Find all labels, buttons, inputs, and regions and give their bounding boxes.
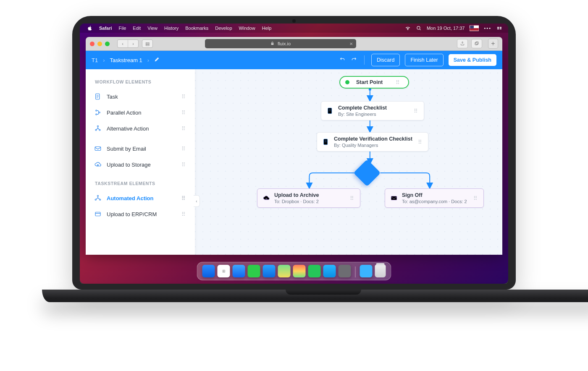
dock-mail[interactable] [263, 265, 276, 277]
svg-point-15 [97, 195, 99, 196]
palette-upload-storage[interactable]: Upload to Storage ⠿ [86, 157, 195, 172]
undo-button[interactable] [339, 56, 346, 64]
palette-submit-email[interactable]: Submit by Email ⠿ [86, 141, 195, 157]
stop-reload-icon[interactable]: ✕ [349, 42, 353, 46]
menu-help[interactable]: Help [259, 26, 275, 31]
branch-node[interactable] [353, 159, 381, 186]
finish-later-button[interactable]: Finish Later [405, 54, 443, 66]
breadcrumb-name[interactable]: Taskstream 1 [110, 57, 142, 63]
dock-messages[interactable] [248, 265, 260, 277]
browser-window: ‹› ▤ fluix.io ✕ + [86, 37, 502, 255]
start-node[interactable]: Start Point ⠿ [339, 76, 409, 89]
palette-automated-action[interactable]: Automated Action ⠿ [86, 190, 195, 206]
node-sign-off[interactable]: Sign Off To: as@company.com · Docs: 2 ⠿ [385, 188, 484, 208]
menu-develop[interactable]: Develop [212, 26, 235, 31]
palette-parallel-label: Parallel Action [107, 110, 141, 116]
dock-settings[interactable] [339, 265, 351, 277]
desktop: Safari File Edit View History Bookmarks … [80, 24, 508, 284]
svg-rect-4 [500, 29, 502, 29]
elements-sidebar: WORKFLOW ELEMENTS Task ⠿ Parallel Action [86, 69, 195, 255]
nav-back-forward[interactable]: ‹› [117, 39, 139, 48]
dock-safari[interactable] [233, 265, 245, 277]
palette-email-label: Submit by Email [107, 146, 146, 152]
dock-appstore[interactable] [323, 265, 336, 277]
apple-menu[interactable] [84, 26, 96, 31]
node-subtitle: By: Quality Managers [334, 143, 412, 148]
menu-bookmarks[interactable]: Bookmarks [182, 26, 212, 31]
svg-point-11 [97, 125, 99, 127]
dock-trash[interactable] [375, 265, 386, 277]
svg-rect-2 [500, 27, 502, 28]
menubar-clock[interactable]: Mon 19 Oct, 17:37 [427, 26, 465, 31]
drag-handle-icon[interactable]: ⠿ [181, 163, 186, 166]
node-title: Complete Checklist [338, 105, 387, 111]
palette-alternative-action[interactable]: Alternative Action ⠿ [86, 120, 195, 136]
drag-handle-icon[interactable]: ⠿ [181, 95, 186, 98]
drag-handle-icon[interactable]: ⠿ [396, 81, 401, 84]
svg-point-8 [96, 110, 97, 111]
sidebar-toggle[interactable]: ▤ [142, 39, 153, 48]
redo-button[interactable] [351, 56, 357, 64]
drag-handle-icon[interactable]: ⠿ [181, 127, 186, 130]
menu-edit[interactable]: Edit [129, 26, 144, 31]
parallel-icon [94, 109, 102, 116]
drag-handle-icon[interactable]: ⠿ [181, 111, 186, 114]
window-zoom-button[interactable] [105, 42, 110, 46]
menu-file[interactable]: File [116, 26, 130, 31]
wifi-icon[interactable] [405, 25, 411, 31]
node-complete-checklist[interactable]: Complete Checklist By: Site Engineers ⠿ [321, 101, 424, 120]
palette-upload-erp[interactable]: Upload to ERP/CRM ⠿ [86, 206, 195, 222]
dock-photos[interactable] [293, 265, 306, 277]
menubar-more-icon[interactable]: ••• [484, 26, 491, 31]
task-icon [326, 107, 334, 115]
drag-handle-icon[interactable]: ⠿ [181, 213, 186, 216]
laptop-base [42, 290, 588, 302]
dock-launchpad[interactable]: ⊞ [218, 265, 230, 277]
drag-handle-icon[interactable]: ⠿ [181, 147, 186, 150]
palette-parallel-action[interactable]: Parallel Action ⠿ [86, 105, 195, 120]
browser-toolbar: ‹› ▤ fluix.io ✕ + [86, 37, 502, 51]
save-publish-button[interactable]: Save & Publish [449, 54, 496, 66]
drag-handle-icon[interactable]: ⠿ [181, 197, 186, 200]
window-minimize-button[interactable] [97, 42, 102, 46]
palette-automated-label: Automated Action [107, 195, 153, 201]
discard-button[interactable]: Discard [371, 54, 400, 66]
app-header: T1 › Taskstream 1 › Discard Finish Later [86, 51, 502, 69]
tabs-button[interactable] [471, 39, 482, 48]
macos-dock: ⊞ [197, 262, 391, 280]
address-bar[interactable]: fluix.io ✕ [205, 39, 356, 48]
menu-history[interactable]: History [161, 26, 182, 31]
dock-finder[interactable] [202, 265, 215, 277]
drag-handle-icon[interactable]: ⠿ [350, 197, 355, 200]
breadcrumb-root[interactable]: T1 [92, 57, 98, 63]
dock-facetime[interactable] [308, 265, 321, 277]
new-tab-button[interactable]: + [488, 39, 498, 49]
dock-folder[interactable] [360, 265, 373, 277]
dock-maps[interactable] [278, 265, 291, 277]
spotlight-icon[interactable] [416, 25, 422, 31]
drag-handle-icon[interactable]: ⠿ [473, 197, 478, 200]
menu-view[interactable]: View [144, 26, 161, 31]
palette-task[interactable]: Task ⠿ [86, 89, 195, 105]
node-upload-archive[interactable]: Upload to Archive To: Dropbox · Docs: 2 … [257, 188, 360, 208]
node-title: Sign Off [402, 192, 467, 198]
menu-window[interactable]: Window [236, 26, 259, 31]
node-subtitle: To: as@company.com · Docs: 2 [402, 199, 467, 204]
share-button[interactable] [457, 39, 468, 48]
window-close-button[interactable] [90, 42, 94, 46]
dock-divider [355, 266, 356, 277]
drag-handle-icon[interactable]: ⠿ [414, 110, 419, 112]
node-verification-checklist[interactable]: Complete Verification Checklist By: Qual… [317, 132, 428, 152]
control-center-icon[interactable] [496, 25, 502, 31]
address-text: fluix.io [278, 41, 291, 46]
drag-handle-icon[interactable]: ⠿ [418, 141, 423, 144]
input-source-flag[interactable] [470, 25, 479, 31]
lock-icon [270, 41, 274, 46]
palette-alternative-label: Alternative Action [107, 125, 149, 132]
menubar-app-name[interactable]: Safari [96, 26, 116, 31]
workflow-canvas[interactable]: Start Point ⠿ Complete Checklist By: Sit… [195, 69, 502, 255]
edit-name-button[interactable] [154, 57, 160, 63]
svg-rect-1 [497, 27, 499, 28]
palette-erp-label: Upload to ERP/CRM [107, 211, 157, 217]
svg-point-0 [417, 26, 420, 29]
